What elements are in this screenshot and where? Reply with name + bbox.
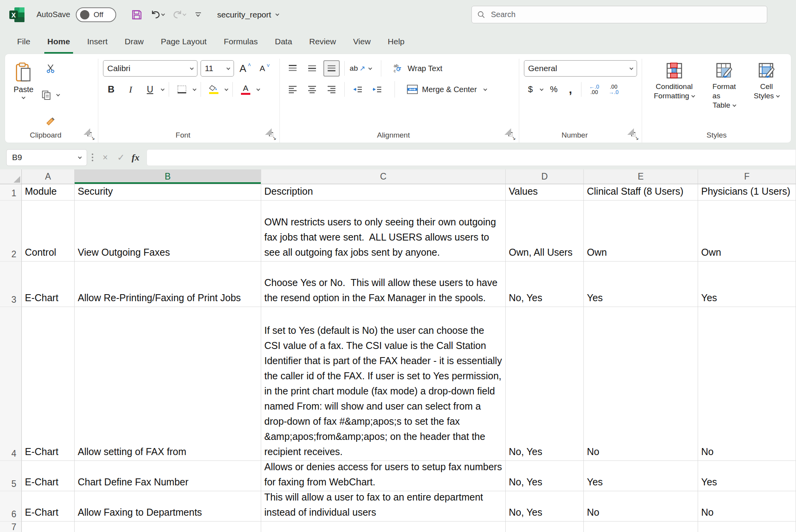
increase-decimal-button[interactable]: ←.0 .00 — [586, 81, 602, 98]
cell-A6[interactable]: E-Chart — [22, 491, 75, 522]
row-header-5[interactable]: 5 — [0, 461, 22, 491]
column-header-f[interactable]: F — [698, 169, 796, 184]
search-box[interactable] — [471, 6, 767, 23]
tab-view[interactable]: View — [350, 29, 374, 54]
format-as-table-button[interactable]: Format as Table — [705, 60, 743, 129]
number-dialog-launcher[interactable]: ↘ — [631, 132, 638, 139]
font-name-combobox[interactable]: Calibri — [103, 60, 197, 77]
orientation-button[interactable]: ab ↗ — [349, 60, 366, 77]
font-color-button[interactable]: A — [237, 81, 254, 98]
cell-C7[interactable] — [261, 522, 506, 532]
cell-A7[interactable] — [22, 522, 75, 532]
search-input[interactable] — [491, 10, 761, 19]
column-header-b[interactable]: B — [75, 169, 261, 184]
cell-A5[interactable]: E-Chart — [22, 461, 75, 491]
cell-A1[interactable]: Module — [22, 184, 75, 201]
cell-C6[interactable]: This will allow a user to fax to an enti… — [261, 491, 506, 522]
align-top-button[interactable] — [285, 60, 301, 77]
font-color-chevron-icon[interactable] — [257, 87, 260, 91]
cell-B3[interactable]: Allow Re-Printing/Faxing of Print Jobs — [75, 262, 261, 307]
paste-dropdown-chevron-icon[interactable] — [22, 95, 26, 99]
column-header-c[interactable]: C — [261, 169, 506, 184]
copy-button[interactable] — [41, 88, 59, 101]
copy-dropdown-chevron-icon[interactable] — [56, 92, 60, 96]
accounting-format-chevron-icon[interactable] — [539, 87, 543, 91]
cell-E5[interactable]: Yes — [584, 461, 698, 491]
formula-bar-grip-icon[interactable] — [92, 153, 93, 161]
decrease-decimal-button[interactable]: .00 →.0 — [606, 81, 622, 98]
cell-C3[interactable]: Choose Yes or No. This will allow these … — [261, 262, 506, 307]
merge-center-chevron-icon[interactable] — [483, 87, 487, 91]
tab-help[interactable]: Help — [385, 29, 408, 54]
row-header-3[interactable]: 3 — [0, 262, 22, 307]
accounting-format-button[interactable]: $ — [524, 81, 537, 98]
cell-D1[interactable]: Values — [506, 184, 584, 201]
number-format-combobox[interactable]: General — [524, 60, 637, 77]
cell-D7[interactable] — [506, 522, 584, 532]
undo-button[interactable] — [150, 9, 164, 21]
cell-C4[interactable]: If set to Yes (default is No) the user c… — [261, 307, 506, 461]
row-header-1[interactable]: 1 — [0, 184, 22, 201]
autosave-toggle[interactable]: Off — [76, 7, 116, 22]
clipboard-dialog-launcher[interactable]: ↘ — [87, 132, 94, 139]
decrease-indent-button[interactable] — [349, 81, 366, 98]
fill-color-chevron-icon[interactable] — [225, 87, 229, 91]
font-dialog-launcher[interactable]: ↘ — [269, 132, 276, 139]
column-header-a[interactable]: A — [22, 169, 75, 184]
cell-D2[interactable]: Own, All Users — [506, 201, 584, 262]
align-bottom-button[interactable] — [323, 60, 340, 77]
cell-D6[interactable]: No, Yes — [506, 491, 584, 522]
fill-color-button[interactable] — [206, 81, 222, 98]
tab-home[interactable]: Home — [44, 29, 73, 54]
align-center-button[interactable] — [304, 81, 320, 98]
cell-F1[interactable]: Physicians (1 Users) — [698, 184, 796, 201]
bold-button[interactable]: B — [103, 81, 119, 98]
cell-E2[interactable]: Own — [584, 201, 698, 262]
cell-F6[interactable]: No — [698, 491, 796, 522]
cell-D5[interactable]: No, Yes — [506, 461, 584, 491]
name-box[interactable]: B9 — [6, 149, 87, 166]
tab-formulas[interactable]: Formulas — [221, 29, 261, 54]
workbook-title[interactable]: security_report — [217, 10, 279, 19]
align-right-button[interactable] — [323, 81, 340, 98]
cell-C5[interactable]: Allows or denies access for users to set… — [261, 461, 506, 491]
cell-F7[interactable] — [698, 522, 796, 532]
tab-file[interactable]: File — [14, 29, 33, 54]
tab-review[interactable]: Review — [306, 29, 339, 54]
orientation-chevron-icon[interactable] — [368, 66, 372, 70]
cell-F2[interactable]: Own — [698, 201, 796, 262]
column-header-d[interactable]: D — [506, 169, 584, 184]
tab-draw[interactable]: Draw — [122, 29, 147, 54]
customize-quick-access-toolbar-button[interactable] — [196, 12, 201, 17]
cell-E4[interactable]: No — [584, 307, 698, 461]
insert-function-button[interactable]: fx — [129, 152, 143, 163]
cell-C1[interactable]: Description — [261, 184, 506, 201]
row-header-6[interactable]: 6 — [0, 491, 22, 522]
excel-app-icon[interactable]: X — [9, 7, 26, 23]
underline-button[interactable]: U — [142, 81, 158, 98]
cell-B4[interactable]: Allow setting of FAX from — [75, 307, 261, 461]
cell-E3[interactable]: Yes — [584, 262, 698, 307]
conditional-formatting-button[interactable]: Conditional Formatting — [647, 60, 702, 129]
cut-button[interactable] — [41, 62, 59, 75]
merge-center-button[interactable]: Merge & Center — [404, 81, 489, 98]
underline-dropdown-chevron-icon[interactable] — [161, 87, 165, 91]
comma-style-button[interactable]: , — [565, 81, 576, 98]
undo-dropdown-chevron-icon[interactable] — [161, 12, 165, 16]
tab-insert[interactable]: Insert — [84, 29, 111, 54]
cell-B2[interactable]: View Outgoing Faxes — [75, 201, 261, 262]
row-header-4[interactable]: 4 — [0, 307, 22, 461]
cell-B1[interactable]: Security — [75, 184, 261, 201]
format-painter-button[interactable] — [41, 115, 59, 128]
cell-A4[interactable]: E-Chart — [22, 307, 75, 461]
cell-E7[interactable] — [584, 522, 698, 532]
cell-E1[interactable]: Clinical Staff (8 Users) — [584, 184, 698, 201]
increase-font-size-button[interactable]: A˄ — [237, 60, 253, 77]
increase-indent-button[interactable] — [369, 81, 385, 98]
cell-D3[interactable]: No, Yes — [506, 262, 584, 307]
align-middle-button[interactable] — [304, 60, 320, 77]
align-left-button[interactable] — [285, 81, 301, 98]
row-header-2[interactable]: 2 — [0, 201, 22, 262]
cell-A2[interactable]: Control — [22, 201, 75, 262]
cell-styles-button[interactable]: Cell Styles — [747, 60, 786, 129]
